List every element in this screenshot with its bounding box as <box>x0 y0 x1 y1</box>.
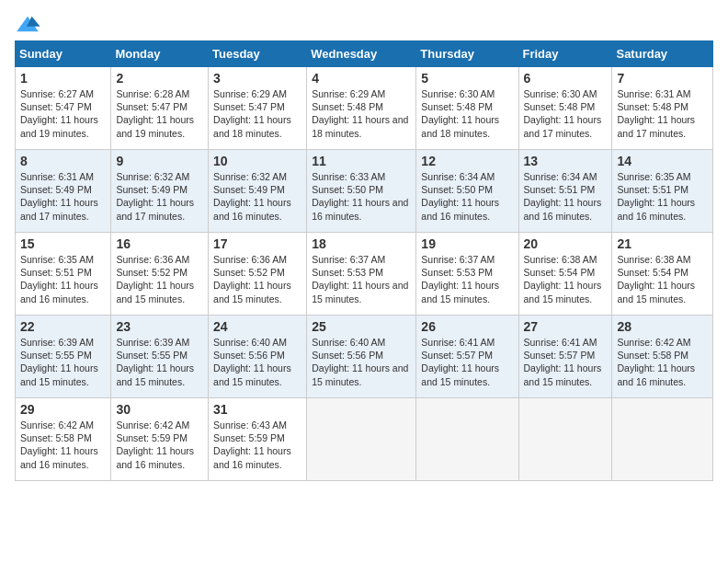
day-cell-12: 12 Sunrise: 6:34 AMSunset: 5:50 PMDaylig… <box>416 150 518 233</box>
header-cell-thursday: Thursday <box>416 41 518 67</box>
day-cell-4: 4 Sunrise: 6:29 AMSunset: 5:48 PMDayligh… <box>307 67 416 150</box>
day-info: Sunrise: 6:36 AMSunset: 5:52 PMDaylight:… <box>116 254 194 304</box>
day-info: Sunrise: 6:31 AMSunset: 5:49 PMDaylight:… <box>20 171 98 222</box>
day-number: 9 <box>116 154 203 168</box>
day-cell-8: 8 Sunrise: 6:31 AMSunset: 5:49 PMDayligh… <box>16 150 111 233</box>
day-info: Sunrise: 6:36 AMSunset: 5:52 PMDaylight:… <box>213 254 291 304</box>
day-cell-27: 27 Sunrise: 6:41 AMSunset: 5:57 PMDaylig… <box>518 316 612 398</box>
header-cell-sunday: Sunday <box>16 41 111 67</box>
day-cell-7: 7 Sunrise: 6:31 AMSunset: 5:48 PMDayligh… <box>612 67 713 150</box>
day-info: Sunrise: 6:42 AMSunset: 5:58 PMDaylight:… <box>20 419 98 470</box>
day-cell-26: 26 Sunrise: 6:41 AMSunset: 5:57 PMDaylig… <box>416 316 518 398</box>
day-cell-3: 3 Sunrise: 6:29 AMSunset: 5:47 PMDayligh… <box>209 67 307 150</box>
day-info: Sunrise: 6:27 AMSunset: 5:47 PMDaylight:… <box>20 88 98 139</box>
day-info: Sunrise: 6:42 AMSunset: 5:59 PMDaylight:… <box>116 419 194 470</box>
day-number: 23 <box>116 319 203 334</box>
day-number: 24 <box>213 319 301 334</box>
day-cell-15: 15 Sunrise: 6:35 AMSunset: 5:51 PMDaylig… <box>16 233 111 316</box>
day-cell-5: 5 Sunrise: 6:30 AMSunset: 5:48 PMDayligh… <box>416 67 518 150</box>
day-info: Sunrise: 6:29 AMSunset: 5:47 PMDaylight:… <box>213 88 291 139</box>
day-cell-28: 28 Sunrise: 6:42 AMSunset: 5:58 PMDaylig… <box>612 316 713 398</box>
calendar-week-4: 22 Sunrise: 6:39 AMSunset: 5:55 PMDaylig… <box>16 316 713 398</box>
day-info: Sunrise: 6:34 AMSunset: 5:51 PMDaylight:… <box>524 171 602 222</box>
day-cell-10: 10 Sunrise: 6:32 AMSunset: 5:49 PMDaylig… <box>209 150 307 233</box>
day-number: 19 <box>421 236 513 251</box>
day-number: 6 <box>524 71 608 86</box>
calendar-week-5: 29 Sunrise: 6:42 AMSunset: 5:58 PMDaylig… <box>16 398 713 481</box>
day-number: 5 <box>421 71 513 86</box>
header-row: SundayMondayTuesdayWednesdayThursdayFrid… <box>16 41 713 67</box>
day-cell-21: 21 Sunrise: 6:38 AMSunset: 5:54 PMDaylig… <box>612 233 713 316</box>
day-cell-17: 17 Sunrise: 6:36 AMSunset: 5:52 PMDaylig… <box>209 233 307 316</box>
day-number: 1 <box>20 71 106 86</box>
calendar-week-3: 15 Sunrise: 6:35 AMSunset: 5:51 PMDaylig… <box>16 233 713 316</box>
day-number: 18 <box>312 236 411 251</box>
day-info: Sunrise: 6:32 AMSunset: 5:49 PMDaylight:… <box>116 171 194 222</box>
empty-cell <box>416 398 518 481</box>
day-cell-29: 29 Sunrise: 6:42 AMSunset: 5:58 PMDaylig… <box>16 398 111 481</box>
day-number: 28 <box>617 319 708 334</box>
day-number: 15 <box>20 236 106 251</box>
day-cell-9: 9 Sunrise: 6:32 AMSunset: 5:49 PMDayligh… <box>111 150 209 233</box>
day-number: 29 <box>20 402 106 417</box>
day-cell-18: 18 Sunrise: 6:37 AMSunset: 5:53 PMDaylig… <box>307 233 416 316</box>
day-info: Sunrise: 6:32 AMSunset: 5:49 PMDaylight:… <box>213 171 291 222</box>
day-number: 12 <box>421 154 513 168</box>
day-number: 7 <box>617 71 708 86</box>
day-cell-31: 31 Sunrise: 6:43 AMSunset: 5:59 PMDaylig… <box>209 398 307 481</box>
day-number: 25 <box>312 319 411 334</box>
header <box>15 15 713 33</box>
day-info: Sunrise: 6:41 AMSunset: 5:57 PMDaylight:… <box>524 337 602 387</box>
day-cell-19: 19 Sunrise: 6:37 AMSunset: 5:53 PMDaylig… <box>416 233 518 316</box>
day-number: 22 <box>20 319 106 334</box>
day-cell-24: 24 Sunrise: 6:40 AMSunset: 5:56 PMDaylig… <box>209 316 307 398</box>
day-info: Sunrise: 6:38 AMSunset: 5:54 PMDaylight:… <box>524 254 602 304</box>
day-number: 3 <box>213 71 301 86</box>
day-info: Sunrise: 6:35 AMSunset: 5:51 PMDaylight:… <box>20 254 98 304</box>
day-info: Sunrise: 6:38 AMSunset: 5:54 PMDaylight:… <box>617 254 695 304</box>
logo <box>15 15 44 33</box>
day-info: Sunrise: 6:31 AMSunset: 5:48 PMDaylight:… <box>617 88 695 139</box>
empty-cell <box>612 398 713 481</box>
day-info: Sunrise: 6:34 AMSunset: 5:50 PMDaylight:… <box>421 171 499 222</box>
day-number: 11 <box>312 154 411 168</box>
day-number: 21 <box>617 236 708 251</box>
day-cell-14: 14 Sunrise: 6:35 AMSunset: 5:51 PMDaylig… <box>612 150 713 233</box>
calendar-table: SundayMondayTuesdayWednesdayThursdayFrid… <box>15 40 713 481</box>
day-info: Sunrise: 6:28 AMSunset: 5:47 PMDaylight:… <box>116 88 194 139</box>
day-number: 10 <box>213 154 301 168</box>
day-info: Sunrise: 6:41 AMSunset: 5:57 PMDaylight:… <box>421 337 499 387</box>
header-cell-tuesday: Tuesday <box>209 41 307 67</box>
day-number: 8 <box>20 154 106 168</box>
day-info: Sunrise: 6:37 AMSunset: 5:53 PMDaylight:… <box>421 254 499 304</box>
day-number: 4 <box>312 71 411 86</box>
day-info: Sunrise: 6:39 AMSunset: 5:55 PMDaylight:… <box>20 337 98 387</box>
day-cell-13: 13 Sunrise: 6:34 AMSunset: 5:51 PMDaylig… <box>518 150 612 233</box>
day-info: Sunrise: 6:40 AMSunset: 5:56 PMDaylight:… <box>312 337 408 387</box>
day-cell-20: 20 Sunrise: 6:38 AMSunset: 5:54 PMDaylig… <box>518 233 612 316</box>
day-info: Sunrise: 6:33 AMSunset: 5:50 PMDaylight:… <box>312 171 408 222</box>
logo-icon <box>15 15 40 33</box>
day-info: Sunrise: 6:35 AMSunset: 5:51 PMDaylight:… <box>617 171 695 222</box>
day-cell-11: 11 Sunrise: 6:33 AMSunset: 5:50 PMDaylig… <box>307 150 416 233</box>
day-number: 14 <box>617 154 708 168</box>
day-number: 20 <box>524 236 608 251</box>
day-cell-2: 2 Sunrise: 6:28 AMSunset: 5:47 PMDayligh… <box>111 67 209 150</box>
day-info: Sunrise: 6:39 AMSunset: 5:55 PMDaylight:… <box>116 337 194 387</box>
day-info: Sunrise: 6:30 AMSunset: 5:48 PMDaylight:… <box>421 88 499 139</box>
calendar-week-2: 8 Sunrise: 6:31 AMSunset: 5:49 PMDayligh… <box>16 150 713 233</box>
day-cell-23: 23 Sunrise: 6:39 AMSunset: 5:55 PMDaylig… <box>111 316 209 398</box>
day-info: Sunrise: 6:29 AMSunset: 5:48 PMDaylight:… <box>312 88 408 139</box>
empty-cell <box>518 398 612 481</box>
day-cell-6: 6 Sunrise: 6:30 AMSunset: 5:48 PMDayligh… <box>518 67 612 150</box>
day-info: Sunrise: 6:43 AMSunset: 5:59 PMDaylight:… <box>213 419 291 470</box>
day-cell-1: 1 Sunrise: 6:27 AMSunset: 5:47 PMDayligh… <box>16 67 111 150</box>
header-cell-friday: Friday <box>518 41 612 67</box>
day-number: 16 <box>116 236 203 251</box>
header-cell-wednesday: Wednesday <box>307 41 416 67</box>
day-number: 26 <box>421 319 513 334</box>
day-info: Sunrise: 6:37 AMSunset: 5:53 PMDaylight:… <box>312 254 408 304</box>
day-info: Sunrise: 6:42 AMSunset: 5:58 PMDaylight:… <box>617 337 695 387</box>
day-info: Sunrise: 6:30 AMSunset: 5:48 PMDaylight:… <box>524 88 602 139</box>
day-number: 13 <box>524 154 608 168</box>
